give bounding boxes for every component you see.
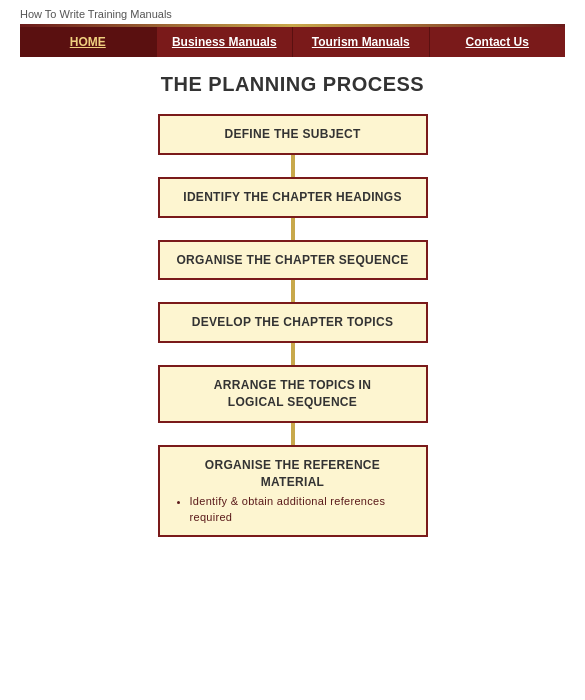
connector-1	[291, 155, 295, 177]
flow-box-define-subject-text: DEFINE THE SUBJECT	[224, 127, 360, 141]
bullet-item-1: Identify & obtain additional references …	[190, 494, 412, 525]
nav-bar: HOME Business Manuals Tourism Manuals Co…	[20, 27, 565, 57]
flow-box-define-subject: DEFINE THE SUBJECT	[158, 114, 428, 155]
nav-item-contact[interactable]: Contact Us	[430, 27, 566, 57]
flow-box-reference-material-title: ORGANISE THE REFERENCE MATERIAL	[174, 457, 412, 491]
site-title: How To Write Training Manuals	[0, 0, 585, 24]
page-heading: THE PLANNING PROCESS	[161, 73, 424, 96]
main-content: THE PLANNING PROCESS DEFINE THE SUBJECT …	[0, 57, 585, 700]
nav-item-business[interactable]: Business Manuals	[157, 27, 294, 57]
flow-box-logical-sequence-text: ARRANGE THE TOPICS INLOGICAL SEQUENCE	[214, 378, 371, 409]
flowchart: DEFINE THE SUBJECT IDENTIFY THE CHAPTER …	[20, 114, 565, 537]
flow-box-chapter-sequence: ORGANISE THE CHAPTER SEQUENCE	[158, 240, 428, 281]
flow-box-reference-material: ORGANISE THE REFERENCE MATERIAL Identify…	[158, 445, 428, 537]
connector-4	[291, 343, 295, 365]
flow-box-chapter-topics-text: DEVELOP THE CHAPTER TOPICS	[192, 315, 393, 329]
nav-item-tourism[interactable]: Tourism Manuals	[293, 27, 430, 57]
flow-box-chapter-headings-text: IDENTIFY THE CHAPTER HEADINGS	[183, 190, 402, 204]
page-wrapper: How To Write Training Manuals HOME Busin…	[0, 0, 585, 700]
nav-item-home[interactable]: HOME	[20, 27, 157, 57]
connector-5	[291, 423, 295, 445]
connector-3	[291, 280, 295, 302]
flow-box-chapter-topics: DEVELOP THE CHAPTER TOPICS	[158, 302, 428, 343]
flow-box-logical-sequence: ARRANGE THE TOPICS INLOGICAL SEQUENCE	[158, 365, 428, 423]
flow-box-chapter-headings: IDENTIFY THE CHAPTER HEADINGS	[158, 177, 428, 218]
flow-box-chapter-sequence-text: ORGANISE THE CHAPTER SEQUENCE	[176, 253, 408, 267]
connector-2	[291, 218, 295, 240]
flow-box-reference-material-bullets: Identify & obtain additional references …	[174, 494, 412, 525]
